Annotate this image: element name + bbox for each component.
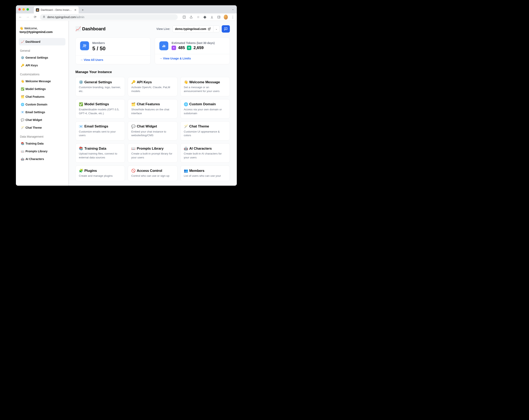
manage-card-title: 🚫Access Control <box>131 169 174 173</box>
manage-card-model-settings[interactable]: ✅Model SettingsEnable/disable models (GP… <box>75 99 125 118</box>
domain-dropdown-button[interactable]: ⌄ <box>213 26 219 32</box>
sidebar-item-api-keys[interactable]: 🔑 API Keys <box>19 62 66 69</box>
view-all-users-link[interactable]: → View All Users <box>80 58 103 62</box>
bar-chart-icon <box>159 41 168 50</box>
sidebar-section-customizations: Customizations <box>19 69 66 77</box>
sidebar-item-label: Custom Domain <box>26 103 47 106</box>
manage-card-members[interactable]: 👥MembersList of users who can use your <box>180 165 230 181</box>
domain-link[interactable]: demo.typingcloud.com <box>172 26 213 32</box>
manage-card-title: 🪄Chat Theme <box>184 124 226 129</box>
svg-rect-9 <box>163 45 164 47</box>
sidepanel-icon[interactable] <box>217 15 221 19</box>
sidebar-item-label: General Settings <box>26 56 48 59</box>
manage-card-title: 📖Prompts Library <box>131 146 174 151</box>
browser-window: 🐵 Dashboard – Demo Instance – ✕ + ⌄ ← → … <box>16 5 237 186</box>
sidebar-item-label: Welcome Message <box>26 80 51 83</box>
menu-icon[interactable]: ⋮ <box>231 15 235 19</box>
sidebar-item-general-settings[interactable]: ⚙️ General Settings <box>19 54 66 61</box>
manage-card-desc: Control who can use or sign-up <box>131 174 174 178</box>
card-icon: 🌐 <box>184 102 188 106</box>
reload-button[interactable]: ⟳ <box>33 15 38 20</box>
card-icon: 🤖 <box>184 146 188 151</box>
sidebar-item-chat-features[interactable]: 🗂️Chat Features <box>19 93 66 100</box>
sidebar-item-model-settings[interactable]: ✅Model Settings <box>19 85 66 93</box>
manage-card-ai-characters[interactable]: 🤖AI CharactersCreate built-in AI charact… <box>180 143 230 163</box>
chat-button[interactable] <box>222 25 230 33</box>
share-icon[interactable] <box>189 15 193 19</box>
card-icon: 🗂️ <box>131 102 135 106</box>
svg-point-6 <box>84 45 85 46</box>
manage-card-prompts-library[interactable]: 📖Prompts LibraryCreate a built-in prompt… <box>128 143 177 163</box>
manage-card-desc: Enable/disable models (GPT-3.5, GPT-4, C… <box>79 108 121 115</box>
manage-card-title: ⚙️General Settings <box>79 80 121 84</box>
profile-avatar[interactable] <box>224 15 228 20</box>
key-icon: 🔑 <box>21 64 24 67</box>
manage-card-training-data[interactable]: 📚Training DataUpload training files, con… <box>75 143 125 163</box>
globe-icon: 🌐 <box>21 103 24 106</box>
address-bar[interactable]: demo.typingcloud.com/admin <box>40 14 178 20</box>
sidebar-item-label: Chat Theme <box>26 126 42 129</box>
tokens-card: Estimated Tokens (last 30 days) ✦ 485 ❋ … <box>155 38 230 64</box>
speech-icon: 💬 <box>21 118 24 122</box>
browser-tab[interactable]: 🐵 Dashboard – Demo Instance – ✕ <box>34 7 79 13</box>
manage-card-desc: Customize emails sent to your users <box>79 130 121 138</box>
manage-card-api-keys[interactable]: 🔑API KeysActivate OpenAI, Claude, PaLM m… <box>128 77 177 96</box>
wave-icon: 👋 <box>21 80 24 83</box>
card-icon: 👥 <box>184 169 188 173</box>
manage-card-title: 🌐Custom Domain <box>184 102 226 106</box>
tokens-label: Estimated Tokens (last 30 days) <box>172 41 215 45</box>
manage-card-desc: Create a built-in prompt library for you… <box>131 152 174 160</box>
sidebar-item-chat-theme[interactable]: 🪄Chat Theme <box>19 124 66 131</box>
manage-card-general-settings[interactable]: ⚙️General SettingsCustomize branding, lo… <box>75 77 125 96</box>
sidebar-item-ai-characters[interactable]: 🤖AI Characters <box>19 155 66 163</box>
manage-card-access-control[interactable]: 🚫Access ControlControl who can use or si… <box>128 165 177 181</box>
welcome-block: 👋 Welcome, tony@typingmind.com <box>19 26 66 34</box>
close-window-button[interactable] <box>18 8 21 11</box>
back-button[interactable]: ← <box>18 15 23 20</box>
manage-card-chat-theme[interactable]: 🪄Chat ThemeCustomize UI appeareance & co… <box>180 121 230 141</box>
manage-card-desc: Customize UI appeareance & colors <box>184 130 226 138</box>
card-icon: 🪄 <box>184 124 188 129</box>
manage-card-chat-features[interactable]: 🗂️Chat FeaturesShow/hide features on the… <box>128 99 177 118</box>
manage-card-plugins[interactable]: 🧩PluginsCreate and manage plugins <box>75 165 125 181</box>
sidebar-item-dashboard[interactable]: 📈 Dashboard <box>19 38 66 45</box>
manage-card-email-settings[interactable]: 📧Email SettingsCustomize emails sent to … <box>75 121 125 141</box>
svg-rect-2 <box>218 16 220 18</box>
extensions-icon[interactable] <box>203 15 207 19</box>
manage-card-title: 📧Email Settings <box>79 124 121 129</box>
members-icon <box>80 41 89 50</box>
manage-card-title: 🧩Plugins <box>79 169 121 173</box>
books-icon: 📚 <box>21 142 24 145</box>
sidebar-item-custom-domain[interactable]: 🌐Custom Domain <box>19 101 66 108</box>
manage-card-title: ✅Model Settings <box>79 102 121 106</box>
sidebar-item-label: Chat Features <box>26 95 44 98</box>
url-text: demo.typingcloud.com/admin <box>47 15 84 19</box>
minimize-window-button[interactable] <box>22 8 25 11</box>
manage-card-custom-domain[interactable]: 🌐Custom DomainAccess via your own domain… <box>180 99 230 118</box>
sidebar-item-chat-widget[interactable]: 💬Chat Widget <box>19 116 66 124</box>
sidebar-item-training-data[interactable]: 📚Training Data <box>19 140 66 147</box>
sidebar-item-prompts-library[interactable]: 📖Prompts Library <box>19 148 66 155</box>
install-app-icon[interactable] <box>182 15 186 19</box>
tab-close-icon[interactable]: ✕ <box>74 8 77 12</box>
sidebar-item-label: Model Settings <box>26 87 46 91</box>
sidebar: 👋 Welcome, tony@typingmind.com 📈 Dashboa… <box>16 21 68 186</box>
manage-card-chat-widget[interactable]: 💬Chat WidgetEmbed your chat instance to … <box>128 121 177 141</box>
bookmark-icon[interactable]: ☆ <box>196 15 200 19</box>
manage-card-desc: Access via your own domain or subdomain <box>184 108 226 115</box>
card-icon: 🔑 <box>131 80 135 84</box>
new-tab-button[interactable]: + <box>80 7 86 13</box>
tabs-dropdown-icon[interactable]: ⌄ <box>232 8 234 11</box>
download-icon[interactable] <box>210 15 214 19</box>
openai-badge-icon: ✦ <box>172 46 176 50</box>
manage-card-welcome-message[interactable]: 👋Welcome MessageSet a message or an anno… <box>180 77 230 96</box>
sidebar-item-welcome-message[interactable]: 👋Welcome Message <box>19 77 66 85</box>
sidebar-item-email-settings[interactable]: 📧Email Settings <box>19 109 66 116</box>
maximize-window-button[interactable] <box>26 8 29 11</box>
card-icon: ✅ <box>79 102 83 106</box>
book-icon: 📖 <box>21 150 24 153</box>
app-container: 👋 Welcome, tony@typingmind.com 📈 Dashboa… <box>16 21 237 186</box>
forward-button[interactable]: → <box>25 15 30 20</box>
page-title: 📈 Dashboard <box>75 26 106 32</box>
view-usage-link[interactable]: → View Usage & Limits <box>159 57 191 60</box>
